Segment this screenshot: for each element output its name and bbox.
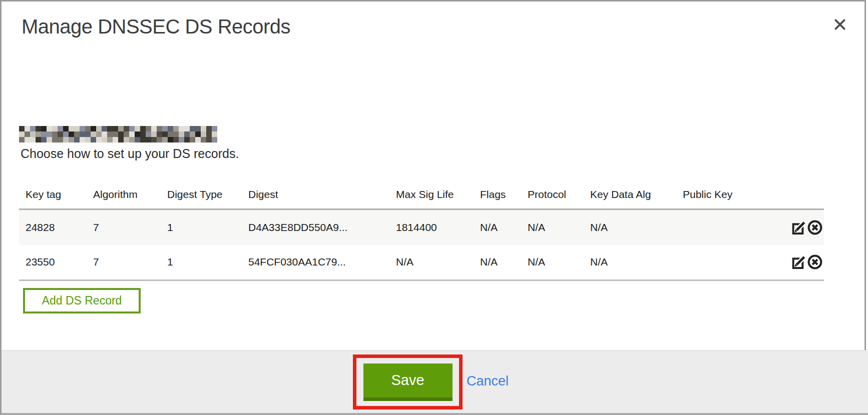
cell-public-key [676,210,756,245]
instruction-text: Choose how to set up your DS records. [21,146,239,161]
annotation-highlight-box: Save [353,354,463,410]
cell-protocol: N/A [521,210,584,245]
row-actions [756,210,824,245]
col-header-max-sig-life: Max Sig Life [389,184,474,210]
cell-flags: N/A [474,210,521,245]
row-actions [756,245,824,280]
delete-icon [807,264,823,272]
delete-record-button[interactable] [807,220,823,236]
cell-algorithm: 7 [87,210,161,245]
col-header-key-data-alg: Key Data Alg [584,184,676,210]
cell-public-key [676,245,756,280]
dnssec-modal: Manage DNSSEC DS Records Choose how to s… [0,0,866,415]
close-icon [833,26,847,33]
col-header-algorithm: Algorithm [87,184,161,210]
edit-record-button[interactable] [791,254,807,270]
ds-records-table: Key tag Algorithm Digest Type Digest Max… [19,184,824,281]
col-header-public-key: Public Key [676,184,756,210]
col-header-digest: Digest [242,184,389,210]
col-header-key-tag: Key tag [19,184,87,210]
modal-footer: Save Cancel [2,350,868,415]
edit-icon [791,264,807,272]
cell-digest-type: 1 [161,210,242,245]
cell-max-sig-life: 1814400 [389,210,474,245]
cell-key-tag: 24828 [19,210,87,245]
save-button[interactable]: Save [363,364,453,401]
cell-digest-type: 1 [161,245,242,280]
edit-record-button[interactable] [791,220,807,236]
delete-record-button[interactable] [807,254,823,270]
cell-max-sig-life: N/A [389,245,474,280]
cell-digest: D4A33E8DD550A9... [242,210,389,245]
col-header-flags: Flags [474,184,521,210]
cell-flags: N/A [474,245,521,280]
add-ds-record-button[interactable]: Add DS Record [23,288,141,314]
cancel-link[interactable]: Cancel [467,374,509,389]
edit-icon [791,230,807,237]
col-header-protocol: Protocol [521,184,584,210]
table-row: 24828 7 1 D4A33E8DD550A9... 1814400 N/A … [19,210,824,245]
cell-key-tag: 23550 [19,245,87,280]
col-header-digest-type: Digest Type [161,184,242,210]
delete-icon [807,230,823,237]
redacted-domain-name [19,126,217,142]
cell-key-data-alg: N/A [584,210,676,245]
page-title: Manage DNSSEC DS Records [22,16,290,38]
cell-algorithm: 7 [87,245,161,280]
close-button[interactable] [831,16,848,34]
cell-key-data-alg: N/A [584,245,676,280]
col-header-actions [756,184,824,210]
table-row: 23550 7 1 54FCF030AA1C79... N/A N/A N/A … [19,245,824,280]
cell-protocol: N/A [521,245,584,280]
table-header-row: Key tag Algorithm Digest Type Digest Max… [19,184,824,210]
cell-digest: 54FCF030AA1C79... [242,245,389,280]
